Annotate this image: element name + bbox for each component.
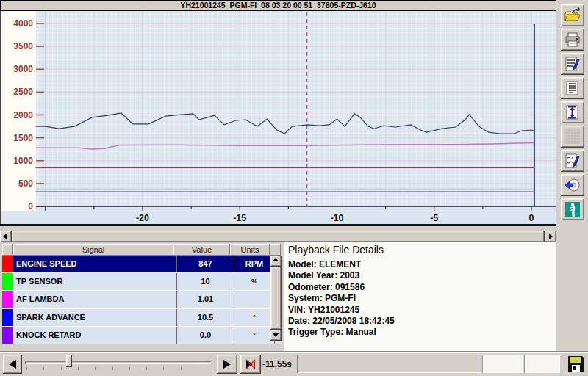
details-trigger-type: Trigger Type: Manual <box>288 327 560 338</box>
playback-slider-thumb[interactable] <box>66 355 72 367</box>
hds-playback-screen: YH21001245 PGM-FI 08 03 20 00 51 37805-P… <box>0 0 588 376</box>
signal-name: KNOCK RETARD <box>13 327 177 344</box>
signal-value: 10.5 <box>177 309 234 326</box>
exit-button[interactable] <box>561 198 584 220</box>
spark-advance-color-swatch <box>2 309 13 326</box>
table-scroll-down-button[interactable] <box>270 330 282 341</box>
value-column-header[interactable]: Value <box>173 244 230 256</box>
signal-table: Signal Value Units ENGINE SPEED 847 RPM … <box>2 244 282 344</box>
status-cell-1 <box>482 355 523 373</box>
step-back-button[interactable] <box>3 355 22 374</box>
signal-value: 1.01 <box>177 291 234 308</box>
signal-value: 0.0 <box>177 327 234 344</box>
table-scroll-up-button[interactable] <box>270 256 282 267</box>
table-row-tp-sensor[interactable]: TP SENSOR 10 % <box>2 273 282 291</box>
svg-text:-10: -10 <box>330 213 343 223</box>
right-arrow-icon <box>549 234 553 239</box>
playback-chart[interactable]: 40003500300025002000150010005000-20-15-1… <box>0 11 557 224</box>
up-down-arrows-icon <box>564 104 581 120</box>
signal-value: 847 <box>177 256 234 272</box>
playback-time-label: -11.55s <box>262 359 292 369</box>
table-vscroll-thumb[interactable] <box>270 267 282 330</box>
up-arrow-icon <box>273 258 279 261</box>
graph-review-button[interactable] <box>561 150 584 172</box>
chart-title-bar: YH21001245 PGM-FI 08 03 20 00 51 37805-P… <box>0 0 556 11</box>
printer-icon <box>564 32 581 48</box>
chart-horizontal-scrollbar[interactable] <box>0 231 556 242</box>
svg-text:0: 0 <box>28 201 33 212</box>
scroll-right-button[interactable] <box>545 231 556 242</box>
scroll-left-button[interactable] <box>0 231 12 242</box>
chart-pen-icon <box>564 153 581 169</box>
left-arrow-icon <box>3 234 7 239</box>
svg-text:4000: 4000 <box>13 18 33 29</box>
svg-text:1500: 1500 <box>13 133 33 143</box>
table-row-engine-speed[interactable]: ENGINE SPEED 847 RPM <box>2 256 282 273</box>
svg-text:500: 500 <box>18 178 33 189</box>
details-system: System: PGM-FI <box>288 293 560 304</box>
svg-text:-5: -5 <box>430 213 438 223</box>
table-row-knock-retard[interactable]: KNOCK RETARD 0.0 ° <box>2 327 282 344</box>
signal-name: AF LAMBDA <box>13 291 177 308</box>
color-column-header <box>2 244 13 256</box>
grid-icon <box>564 129 581 145</box>
save-button[interactable] <box>567 355 585 373</box>
back-triangle-icon <box>7 359 18 369</box>
skip-end-icon <box>245 358 257 370</box>
table-row-spark-advance[interactable]: SPARK ADVANCE 10.5 ° <box>2 309 282 327</box>
playback-slider-track[interactable] <box>25 361 211 364</box>
table-vertical-scrollbar[interactable] <box>270 256 282 341</box>
signal-name: ENGINE SPEED <box>13 256 177 272</box>
skip-to-end-button[interactable] <box>240 355 261 374</box>
svg-text:-20: -20 <box>136 213 149 223</box>
signal-column-header[interactable]: Signal <box>13 244 173 256</box>
status-panel <box>297 355 481 373</box>
open-file-button[interactable] <box>561 4 584 26</box>
svg-text:3500: 3500 <box>13 41 33 51</box>
details-date: Date: 22/05/2008 18:42:45 <box>288 316 560 327</box>
snapshot-button[interactable] <box>561 174 584 196</box>
save-floppy-icon <box>567 355 585 373</box>
svg-text:3000: 3000 <box>13 64 33 74</box>
document-lines-icon <box>564 80 581 96</box>
svg-text:2500: 2500 <box>13 87 33 97</box>
play-button[interactable] <box>217 355 237 374</box>
knock-retard-color-swatch <box>2 327 13 344</box>
edit-signals-button[interactable] <box>561 53 584 75</box>
details-vin: VIN: YH21001245 <box>288 305 560 316</box>
signal-units: ° <box>234 327 275 344</box>
document-pen-icon <box>564 56 581 72</box>
disk-arrow-icon <box>564 177 581 193</box>
units-column-header[interactable]: Units <box>230 244 270 256</box>
tp-sensor-color-swatch <box>2 273 13 290</box>
signal-name: SPARK ADVANCE <box>13 309 177 326</box>
playback-file-details-panel: Playback File Details Model: ELEMENT Mod… <box>284 242 561 351</box>
play-triangle-icon <box>222 359 232 369</box>
lower-pane: Signal Value Units ENGINE SPEED 847 RPM … <box>0 242 556 351</box>
details-model: Model: ELEMENT <box>288 259 560 270</box>
signal-units: RPM <box>234 256 275 272</box>
auto-scale-button[interactable] <box>561 101 584 123</box>
exit-person-icon <box>564 201 581 217</box>
details-odometer: Odometer: 091586 <box>288 282 560 293</box>
af-lambda-color-swatch <box>2 291 13 308</box>
slider-tick-marks <box>26 367 206 370</box>
details-title: Playback File Details <box>288 244 560 256</box>
signal-units: ° <box>234 309 275 326</box>
scrollbar-column-header <box>270 244 281 256</box>
hscroll-thumb[interactable] <box>12 231 545 242</box>
print-button[interactable] <box>561 29 584 51</box>
signal-value: 10 <box>177 273 234 290</box>
svg-text:2000: 2000 <box>13 110 33 120</box>
chart-separator <box>0 224 556 226</box>
data-list-button[interactable] <box>561 77 584 99</box>
signal-table-header: Signal Value Units <box>2 244 282 256</box>
signal-units <box>234 291 275 308</box>
table-row-af-lambda[interactable]: AF LAMBDA 1.01 <box>2 291 282 308</box>
right-toolbar <box>556 0 588 351</box>
status-cell-2 <box>524 355 560 373</box>
svg-text:-15: -15 <box>233 213 246 223</box>
signal-name: TP SENSOR <box>13 273 177 290</box>
signal-units: % <box>234 273 275 290</box>
grid-toggle-button[interactable] <box>561 126 584 148</box>
